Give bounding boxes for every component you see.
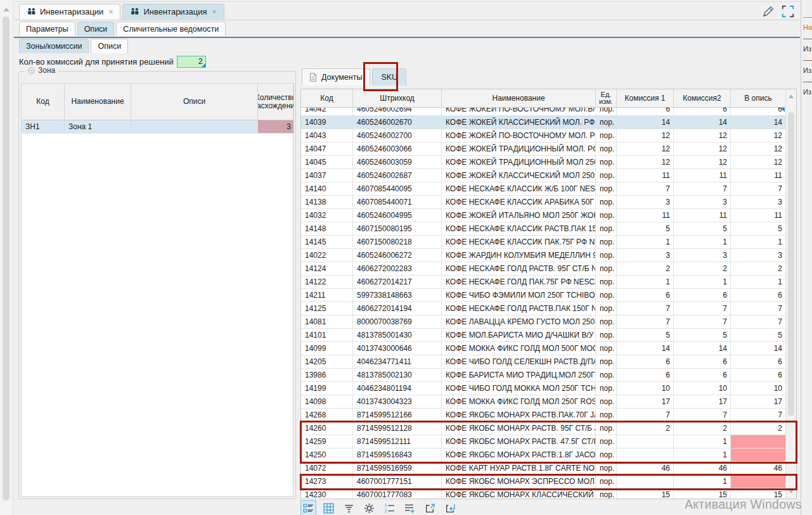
cell-barcode[interactable]: 4813785001430 (353, 329, 442, 341)
cell-commission1[interactable] (617, 435, 674, 448)
zone-table-row[interactable]: ЗН1Зона 13 (22, 120, 293, 134)
sku-table-row[interactable]: 141994046234801194КОФЕ ЧИБО ГОЛД МОККА М… (301, 382, 786, 395)
cell-unit[interactable]: пор. (596, 289, 617, 302)
cell-barcode[interactable]: 8714599516959 (353, 462, 442, 474)
cell-zone-discrepancies[interactable]: 3 (258, 120, 294, 133)
cell-unit[interactable]: пор. (596, 302, 617, 315)
tab-close-icon[interactable]: × (212, 8, 217, 16)
cell-unit[interactable]: пор. (596, 209, 617, 222)
fullscreen-icon[interactable] (781, 4, 795, 18)
cell-commission2[interactable]: 7 (674, 315, 731, 328)
cell-commission2[interactable]: 2 (674, 422, 731, 435)
sku-table-row[interactable]: 140374605246002687КОФЕ ЖОКЕЙ КЛАССИЧЕСКИ… (301, 169, 786, 182)
sku-table-row[interactable]: 142688714599512166КОФЕ ЯКОБС МОНАРХ РАСТ… (301, 409, 786, 422)
cell-commission2[interactable]: 2 (674, 262, 731, 275)
cell-unit[interactable]: пор. (596, 222, 617, 235)
cell-commission2[interactable]: 14 (674, 342, 731, 355)
cell-unit[interactable]: пор. (596, 156, 617, 168)
grid-view-icon[interactable] (321, 500, 337, 515)
cell-name[interactable]: КОФЕ МОККА ФИКС ГОЛД МОЛ 500Г МОССА (442, 342, 596, 355)
cell-barcode[interactable]: 8000070038769 (353, 315, 442, 328)
cell-barcode[interactable]: 4607085440071 (353, 196, 442, 208)
cell-barcode[interactable]: 4605246002700 (353, 129, 442, 142)
cell-total[interactable] (731, 435, 786, 448)
sku-table-row[interactable]: 140324605246004995КОФЕ ЖОКЕЙ ИТАЛЬЯНО МО… (301, 209, 786, 222)
sku-table-row[interactable]: 140818000070038769КОФЕ ЛАВАЦЦА КРЕМО ГУС… (301, 315, 786, 329)
cell-code[interactable]: 14211 (301, 289, 353, 302)
cell-code[interactable]: 14101 (301, 329, 353, 341)
cell-zone-name[interactable]: Зона 1 (65, 120, 131, 133)
cell-name[interactable]: КОФЕ НЕСКАФЕ ГОЛД РАСТВ. 95Г СТ/Б NESCA (442, 262, 596, 275)
cell-unit[interactable]: пор. (596, 108, 617, 115)
cell-name[interactable]: КОФЕ ЛАВАЦЦА КРЕМО ГУСТО МОЛ 250Г LA (442, 315, 596, 328)
sku-table-row[interactable]: 142115997338148663КОФЕ ЧИБО ФЭМИЛИ МОЛ 2… (301, 289, 786, 302)
cell-barcode[interactable]: 4046234771411 (353, 355, 442, 368)
cell-code[interactable]: 14042 (301, 108, 353, 115)
cell-unit[interactable]: пор. (596, 182, 617, 195)
cell-barcode[interactable]: 4607085440095 (353, 182, 442, 195)
cell-barcode[interactable]: 5997338148663 (353, 289, 442, 302)
cell-commission1[interactable]: 7 (617, 315, 674, 328)
zone-col-name[interactable]: Наименование (65, 84, 131, 120)
cell-code[interactable]: 14122 (301, 276, 353, 288)
cell-barcode[interactable]: 4605246006272 (353, 249, 442, 262)
numbered-list-icon[interactable]: 12 (382, 500, 397, 515)
cell-commission2[interactable]: 12 (674, 129, 731, 142)
tab-opisi-sub[interactable]: Описи (91, 39, 128, 53)
sku-table-row[interactable]: 140728714599516959КОФЕ КАРТ НУАР РАСТВ.1… (301, 462, 786, 475)
cell-commission2[interactable]: 6 (674, 289, 731, 302)
cell-name[interactable]: КОФЕ КАРТ НУАР РАСТВ.1.8Г CARTE NOIRE (П (442, 462, 596, 474)
cell-total[interactable]: 5 (731, 222, 786, 235)
cell-commission1[interactable]: 6 (617, 289, 674, 302)
sku-table-row[interactable]: 140224605246006272КОФЕ ЖАРДИН КОЛУМБИЯ М… (301, 249, 786, 262)
cell-commission2[interactable]: 11 (674, 209, 731, 222)
sku-table-row[interactable]: 140454605246003059КОФЕ ЖОКЕЙ ТРАДИЦИОННЫ… (301, 156, 786, 169)
cell-unit[interactable]: пор. (596, 236, 617, 248)
cell-barcode[interactable]: 8714599512111 (353, 435, 442, 448)
cell-code[interactable]: 14072 (301, 462, 353, 474)
cell-commission1[interactable]: 6 (617, 108, 674, 115)
cell-commission2[interactable]: 3 (674, 249, 731, 262)
cell-code[interactable]: 14043 (301, 129, 353, 142)
cell-commission1[interactable]: 12 (617, 143, 674, 155)
cell-commission2[interactable]: 6 (674, 108, 731, 115)
cell-commission2[interactable]: 12 (674, 156, 731, 168)
cell-commission2[interactable]: 1 (674, 435, 731, 448)
cell-commission1[interactable]: 14 (617, 342, 674, 355)
cell-commission2[interactable]: 1 (674, 448, 731, 461)
cell-name[interactable]: КОФЕ ЖОКЕЙ КЛАССИЧЕСКИЙ МОЛ 250Г Ж (442, 169, 596, 182)
col-total[interactable]: В опись (731, 89, 786, 107)
tab-zony-komissii[interactable]: Зоны/комиссии (19, 39, 89, 53)
cell-name[interactable]: КОФЕ ЧИБО ГОЛД СЕЛЕКШН РАСТВ.Д/ПАК.7 (442, 355, 596, 368)
cell-name[interactable]: КОФЕ ЯКОБС МОНАРХ РАСТВ. 47.5Г СТ/Б JAC (442, 435, 596, 448)
cell-code[interactable]: 14138 (301, 196, 353, 208)
cell-total[interactable]: 12 (731, 156, 786, 168)
cell-name[interactable]: КОФЕ НЕСКАФЕ КЛАССИК Ж/Б 100Г NESCAFE (442, 182, 596, 195)
cell-zone-code[interactable]: ЗН1 (22, 120, 65, 133)
sku-table-row[interactable]: 141484607150080195КОФЕ НЕСКАФЕ КЛАССИК Р… (301, 222, 786, 236)
sku-table-row[interactable]: 142608714599512128КОФЕ ЯКОБС МОНАРХ РАСТ… (301, 422, 786, 435)
cell-name[interactable]: КОФЕ ЧИБО ФЭМИЛИ МОЛ 250Г TCHIBO (442, 289, 596, 302)
cell-barcode[interactable]: 4606272002283 (353, 262, 442, 275)
cell-barcode[interactable]: 8714599516843 (353, 448, 442, 461)
cell-total[interactable]: 12 (731, 129, 786, 142)
cell-name[interactable]: КОФЕ МОККА ФИКС ГОЛД МОЛ 250Г ROSTFE (442, 395, 596, 408)
cell-name[interactable]: КОФЕ ЖОКЕЙ КЛАССИЧЕСКИЙ МОЛ. РФ 100 (442, 116, 596, 129)
col-code[interactable]: Код (301, 89, 353, 107)
cell-barcode[interactable]: 4606272014194 (353, 302, 442, 315)
cell-commission1[interactable]: 14 (617, 116, 674, 129)
page-scrollbar[interactable] (0, 0, 13, 515)
cell-code[interactable]: 14099 (301, 342, 353, 355)
cell-total[interactable]: 6 (731, 108, 786, 115)
scroll-down-icon[interactable] (789, 490, 794, 493)
sku-table-row[interactable]: 141244606272002283КОФЕ НЕСКАФЕ ГОЛД РАСТ… (301, 262, 786, 276)
cell-name[interactable]: КОФЕ ЖОКЕЙ ИТАЛЬЯНО МОЛ 250Г ЖОКЕЙ (442, 209, 596, 222)
cell-total[interactable]: 12 (731, 143, 786, 155)
cell-unit[interactable]: пор. (596, 116, 617, 129)
cell-barcode[interactable]: 4013743000646 (353, 342, 442, 355)
tab-close-icon[interactable]: × (108, 8, 113, 16)
cell-barcode[interactable]: 4605246004995 (353, 209, 442, 222)
tab-sku[interactable]: SKU (372, 68, 406, 86)
cell-unit[interactable]: пор. (596, 342, 617, 355)
zone-col-opisi[interactable]: Описи (131, 84, 258, 120)
